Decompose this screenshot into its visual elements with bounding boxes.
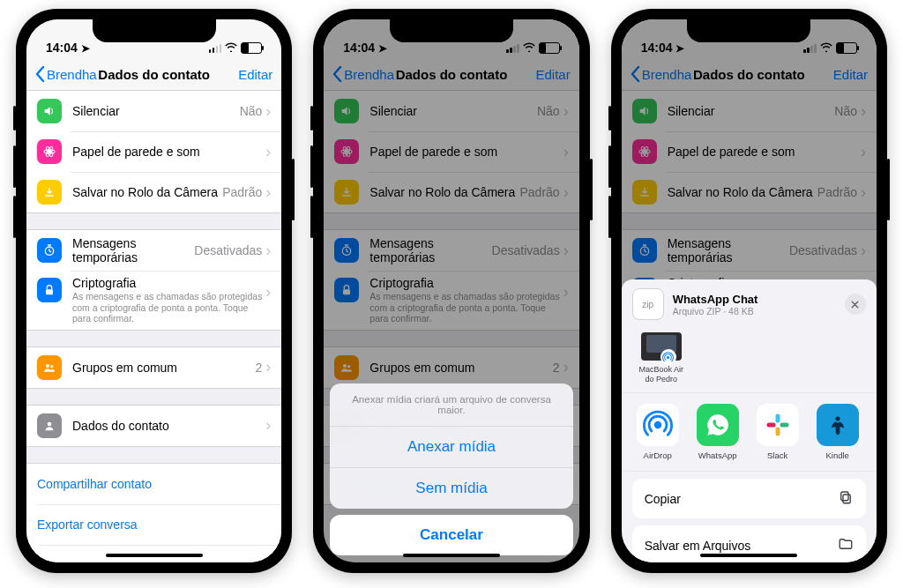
home-indicator[interactable] [106, 554, 203, 557]
share-item-subtitle: Arquivo ZIP · 48 KB [673, 306, 758, 316]
clock: 14:04 [46, 41, 78, 55]
share-app-kindle[interactable]: Kindle [810, 404, 865, 460]
airdrop-target[interactable]: MacBook Air do Pedro [634, 332, 689, 383]
share-action-copy[interactable]: Copiar [632, 479, 866, 518]
svg-point-30 [835, 416, 840, 421]
row-subtitle: As mensagens e as chamadas são protegida… [72, 291, 265, 324]
phone-3: 14:04 ➤ Brendha Dados do contato Editar … [611, 9, 887, 573]
location-icon: ➤ [81, 42, 90, 55]
row-label: Criptografia [72, 276, 265, 290]
chevron-right-icon: › [265, 183, 271, 202]
chevron-right-icon: › [265, 102, 271, 121]
sheet-cancel-button[interactable]: Cancelar [330, 515, 572, 555]
row-contact-details[interactable]: Dados do contato › [26, 406, 281, 446]
row-label: Salvar no Rolo da Câmera [72, 185, 222, 199]
row-label: Grupos em comum [72, 361, 256, 375]
cellular-icon [209, 44, 222, 53]
row-label: Mensagens temporárias [72, 236, 194, 264]
whatsapp-icon [697, 404, 739, 446]
home-indicator[interactable] [403, 554, 500, 557]
slack-icon [757, 404, 799, 446]
airdrop-target-label: MacBook Air do Pedro [634, 365, 689, 383]
svg-rect-28 [775, 428, 780, 436]
action-sheet: Anexar mídia criará um arquivo de conver… [330, 383, 572, 555]
airdrop-badge-icon [660, 349, 676, 365]
svg-rect-31 [843, 495, 850, 503]
kindle-icon [817, 404, 859, 446]
wifi-icon [225, 41, 237, 55]
chevron-right-icon: › [265, 242, 271, 260]
download-icon [37, 180, 62, 205]
phone-2: 14:04 ➤ Brendha Dados do contato Editar … [313, 9, 589, 573]
svg-point-24 [667, 355, 669, 358]
folder-icon [838, 536, 854, 555]
copy-icon [838, 489, 854, 508]
close-icon [850, 300, 860, 309]
edit-button[interactable]: Editar [238, 67, 272, 82]
sheet-option-attach-media[interactable]: Anexar mídia [330, 427, 572, 467]
row-disappearing[interactable]: Mensagens temporárias Desativadas › [26, 230, 281, 271]
file-type-badge: zip [632, 288, 664, 320]
svg-rect-27 [780, 423, 788, 428]
svg-rect-32 [841, 492, 848, 501]
close-button[interactable] [845, 294, 866, 315]
chevron-left-icon [35, 66, 45, 82]
action-share-contact[interactable]: Compartilhar contato [26, 464, 281, 504]
sheet-message: Anexar mídia criará um arquivo de conver… [330, 383, 572, 427]
atom-icon [37, 139, 62, 164]
share-app-whatsapp[interactable]: WhatsApp [690, 404, 745, 460]
svg-point-0 [48, 150, 50, 153]
svg-rect-5 [46, 289, 53, 294]
row-value: 2 [256, 361, 263, 375]
share-app-slack[interactable]: Slack [750, 404, 805, 460]
chevron-right-icon: › [265, 283, 271, 301]
row-value: Não [240, 104, 263, 118]
chevron-right-icon: › [265, 416, 271, 435]
row-wallpaper[interactable]: Papel de parede e som › [26, 131, 281, 172]
chevron-right-icon: › [265, 358, 271, 376]
lock-icon [37, 278, 62, 302]
row-save-camera-roll[interactable]: Salvar no Rolo da Câmera Padrão › [26, 172, 281, 212]
svg-point-8 [48, 421, 52, 426]
svg-rect-26 [775, 414, 780, 423]
person-icon [37, 413, 62, 438]
share-app-more[interactable] [870, 404, 877, 460]
share-sheet: zip WhatsApp Chat Arquivo ZIP · 48 KB [622, 279, 877, 562]
chevron-right-icon: › [265, 143, 271, 161]
share-app-airdrop[interactable]: AirDrop [631, 404, 685, 460]
airdrop-icon [637, 404, 679, 446]
action-export-chat[interactable]: Exportar conversa [26, 504, 281, 545]
nav-bar: Brendha Dados do contato Editar [26, 56, 281, 93]
row-value: Padrão [222, 185, 262, 199]
row-label: Dados do contato [72, 419, 265, 433]
share-item-title: WhatsApp Chat [673, 293, 758, 306]
svg-point-25 [653, 421, 661, 429]
svg-rect-29 [766, 423, 775, 428]
row-groups[interactable]: Grupos em comum 2 › [26, 347, 281, 388]
row-mute[interactable]: Silenciar Não › [26, 91, 281, 131]
home-indicator[interactable] [700, 554, 797, 557]
svg-point-6 [46, 364, 49, 368]
svg-point-7 [50, 365, 53, 368]
people-icon [37, 355, 62, 380]
phone-1: 14:04 ➤ Brendha Dados do contato Editar [16, 9, 292, 573]
back-button[interactable]: Brendha [35, 66, 97, 82]
speaker-icon [37, 99, 62, 123]
row-value: Desativadas [194, 243, 262, 257]
timer-icon [37, 238, 62, 263]
row-label: Silenciar [72, 104, 240, 118]
row-label: Papel de parede e som [72, 145, 265, 159]
battery-icon [241, 42, 262, 54]
sheet-option-without-media[interactable]: Sem mídia [330, 467, 572, 509]
row-encryption[interactable]: Criptografia As mensagens e as chamadas … [26, 271, 281, 330]
